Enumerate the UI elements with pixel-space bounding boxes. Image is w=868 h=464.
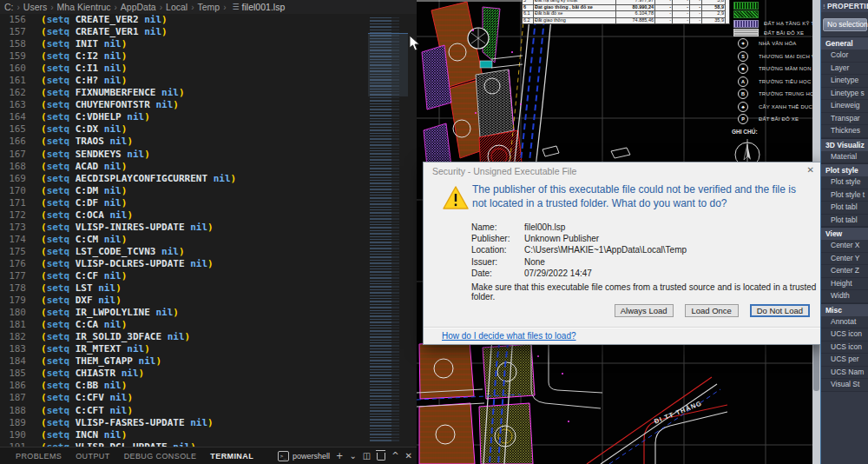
code-line[interactable]: 179(setq DXF nil) (0, 295, 368, 307)
keyword: setq (47, 307, 76, 318)
always-load-button[interactable]: Always Load (615, 304, 674, 317)
breadcrumb-item[interactable]: Temp (197, 2, 221, 12)
property-row[interactable]: UCS icon (821, 341, 868, 355)
code-line[interactable]: 178(setq LST nil) (0, 282, 368, 295)
symbol-name: C:CF (76, 270, 99, 282)
breadcrumb-item[interactable]: Mha Kientruc (56, 2, 112, 12)
code-line[interactable]: 182(setq IR_SOLID_3DFACE nil) (0, 331, 368, 343)
code-line[interactable]: 185(setq CHIASTR nil) (0, 368, 368, 380)
kill-terminal-icon[interactable] (377, 453, 385, 461)
code-line[interactable]: 189(setq VLISP-FASRES-UPDATE nil) (0, 417, 368, 429)
property-row[interactable]: Annotat (821, 316, 868, 329)
code-line[interactable]: 174(setq C:CM nil) (0, 234, 368, 246)
property-row[interactable]: UCS per (821, 354, 868, 367)
section-header-plot-style[interactable]: Plot style (821, 163, 868, 176)
code-line[interactable]: 169(setq AECDISPLAYCONFIGCURRENT nil) (0, 173, 368, 185)
code-line[interactable]: 176(setq VLISP-DCLRES-UPDATE nil) (0, 258, 368, 270)
code-line[interactable]: 170(setq C:DM nil) (0, 185, 368, 197)
code-line[interactable]: 156(setq CREATE_VER2 nil) (0, 14, 368, 26)
property-row[interactable]: Plot style (821, 176, 868, 189)
code-line[interactable]: 159(setq C:I2 nil) (0, 50, 368, 63)
panel-tab-terminal[interactable]: TERMINAL (203, 452, 260, 461)
breadcrumb-item[interactable]: C: (3, 2, 15, 12)
close-panel-icon[interactable]: ✕ (405, 447, 412, 464)
breadcrumb-file[interactable]: filel001.lsp (242, 2, 286, 12)
code-line[interactable]: 164(setq C:VDHELP nil) (0, 111, 368, 123)
property-row[interactable]: Plot tabl (821, 202, 868, 215)
property-row[interactable]: Lineweig (821, 100, 868, 113)
code-line[interactable]: 180(setq IR_LWPOLYLINE nil) (0, 307, 368, 319)
code-line[interactable]: 177(setq C:CF nil) (0, 270, 368, 282)
code-line[interactable]: 168(setq ACAD nil) (0, 161, 368, 173)
property-row[interactable]: Center Z (821, 265, 868, 278)
split-terminal-icon[interactable]: ◫ (363, 447, 371, 464)
code-line[interactable]: 172(setq C:OCA nil) (0, 209, 368, 222)
line-number: 165 (0, 123, 26, 136)
code-line[interactable]: 165(setq C:DX nil) (0, 123, 368, 136)
code-line[interactable]: 190(setq INCN nil) (0, 429, 368, 441)
property-row[interactable]: Color (821, 50, 868, 63)
property-row[interactable]: Width (821, 290, 868, 303)
code-line[interactable]: 173(setq VLISP-INIRES-UPDATE nil) (0, 222, 368, 234)
code-line[interactable]: 181(setq C:CA nil) (0, 319, 368, 331)
property-row[interactable]: UCS icon (821, 328, 868, 341)
code-line[interactable]: 186(setq C:BB nil) (0, 380, 368, 392)
code-line[interactable]: 161(setq C:H? nil) (0, 75, 368, 87)
breadcrumb-item[interactable]: Users (23, 2, 48, 12)
minimap[interactable] (368, 14, 408, 447)
property-row[interactable]: Material (821, 151, 868, 164)
property-row[interactable]: Visual St (821, 379, 868, 392)
property-row[interactable]: Plot style t (821, 189, 868, 202)
do-not-load-button[interactable]: Do Not Load (750, 304, 810, 317)
property-row[interactable]: Center Y (821, 253, 868, 266)
property-row[interactable]: Transpar (821, 113, 868, 126)
code-line[interactable]: 163(setq CHUYENFONTSTR nil) (0, 99, 368, 111)
property-row[interactable]: Center X (821, 240, 868, 253)
section-header-misc[interactable]: Misc (821, 303, 868, 316)
breadcrumb-item[interactable]: AppData (120, 2, 157, 12)
code-line[interactable]: 171(setq C:DF nil) (0, 197, 368, 209)
code-line[interactable]: 160(setq C:I1 nil) (0, 63, 368, 75)
section-header-view[interactable]: View (821, 227, 868, 240)
code-line[interactable]: 157(setq CREATE_VER1 nil) (0, 26, 368, 38)
dialog-close-icon[interactable]: ✕ (807, 165, 814, 175)
code-line[interactable]: 158(setq INIT nil) (0, 38, 368, 50)
editor-scrollbar[interactable] (408, 14, 417, 447)
shell-selector[interactable]: >_ powershell (278, 451, 330, 461)
code-line[interactable]: 184(setq THEM_GTAPP nil) (0, 355, 368, 368)
property-row[interactable]: Plot tabl (821, 215, 868, 228)
property-row[interactable]: Thicknes (821, 125, 868, 138)
property-row[interactable]: Linetype (821, 75, 868, 88)
code-line[interactable]: 183(setq IR_MTEXT nil) (0, 343, 368, 355)
new-terminal-icon[interactable]: + (336, 447, 343, 464)
code-line[interactable]: 166(setq TRAOS nil) (0, 136, 368, 148)
code-line[interactable]: 175(setq LST_CODE_TCVN3 nil) (0, 246, 368, 258)
code-view[interactable]: 156(setq CREATE_VER2 nil)157(setq CREATE… (0, 14, 368, 447)
code-line[interactable]: 162(setq FIXNUMBERFENCE nil) (0, 87, 368, 99)
breadcrumb-item[interactable]: Local (165, 2, 188, 12)
property-row[interactable]: Layer (821, 63, 868, 76)
section-header-3d-visualiz[interactable]: 3D Visualiz (821, 138, 868, 151)
dialog-field-row: Publisher:Unknown Publisher (471, 233, 687, 244)
code-line[interactable]: 167(setq SENDKEYS nil) (0, 149, 368, 161)
properties-header[interactable]: ⁞ PROPERTIES (821, 0, 868, 12)
code-line[interactable]: 187(setq C:CFV nil) (0, 392, 368, 404)
paren: ( (41, 307, 47, 318)
panel-tab-problems[interactable]: PROBLEMS (9, 452, 69, 461)
property-row[interactable]: Linetype s (821, 88, 868, 101)
dialog-note: Make sure that this executable file come… (471, 282, 821, 302)
dialog-help-link[interactable]: How do I decide what files to load? (442, 331, 576, 341)
panel-tab-output[interactable]: OUTPUT (69, 452, 116, 461)
load-once-button[interactable]: Load Once (685, 304, 739, 317)
selection-dropdown[interactable]: No selection (823, 18, 867, 31)
section-header-general[interactable]: General (821, 36, 868, 50)
property-row[interactable]: Height (821, 278, 868, 291)
minimap-viewport[interactable] (368, 33, 408, 96)
palette-grip-icon[interactable]: ⁞ (823, 3, 825, 10)
code-editor[interactable]: C:›Users›Mha Kientruc›AppData›Local›Temp… (0, 0, 417, 464)
property-row[interactable]: UCS Nam (821, 367, 868, 380)
maximize-panel-icon[interactable]: ^ (391, 447, 398, 464)
terminal-dropdown-icon[interactable]: ⌄ (349, 447, 356, 464)
code-line[interactable]: 188(setq C:CFT nil) (0, 405, 368, 417)
panel-tab-debug-console[interactable]: DEBUG CONSOLE (117, 452, 204, 461)
